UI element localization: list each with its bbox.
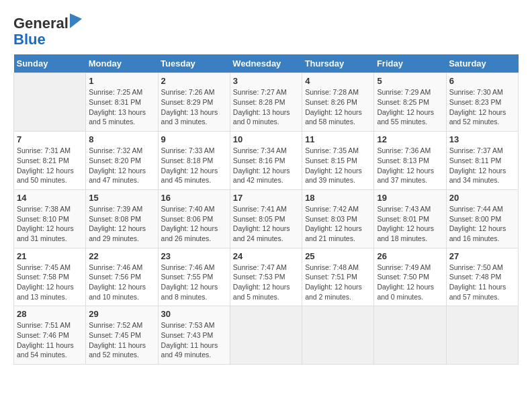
calendar-cell: 12Sunrise: 7:36 AMSunset: 8:13 PMDayligh… <box>374 132 446 190</box>
day-number: 22 <box>89 251 154 261</box>
day-info: Sunrise: 7:40 AMSunset: 8:06 PMDaylight:… <box>161 204 227 244</box>
day-number: 14 <box>17 193 83 203</box>
day-info: Sunrise: 7:29 AMSunset: 8:25 PMDaylight:… <box>377 87 443 127</box>
day-number: 6 <box>449 76 515 86</box>
calendar-cell <box>374 306 446 365</box>
day-info: Sunrise: 7:39 AMSunset: 8:08 PMDaylight:… <box>89 204 154 244</box>
logo-icon <box>70 13 82 28</box>
weekday-header-cell: Thursday <box>302 54 374 73</box>
weekday-header-row: SundayMondayTuesdayWednesdayThursdayFrid… <box>14 54 519 73</box>
calendar-cell: 8Sunrise: 7:32 AMSunset: 8:20 PMDaylight… <box>86 132 158 190</box>
calendar-week-row: 28Sunrise: 7:51 AMSunset: 7:46 PMDayligh… <box>14 306 519 365</box>
day-info: Sunrise: 7:32 AMSunset: 8:20 PMDaylight:… <box>89 146 154 185</box>
weekday-header-cell: Tuesday <box>158 54 230 73</box>
page-header: General Blue <box>13 13 519 48</box>
day-info: Sunrise: 7:52 AMSunset: 7:45 PMDaylight:… <box>89 320 154 360</box>
day-number: 13 <box>449 134 515 144</box>
day-number: 28 <box>17 309 83 319</box>
day-number: 3 <box>233 76 299 86</box>
calendar-cell <box>230 306 302 365</box>
calendar-cell: 9Sunrise: 7:33 AMSunset: 8:18 PMDaylight… <box>158 132 230 190</box>
calendar-cell: 25Sunrise: 7:48 AMSunset: 7:51 PMDayligh… <box>302 248 374 306</box>
day-info: Sunrise: 7:42 AMSunset: 8:03 PMDaylight:… <box>305 204 371 244</box>
svg-marker-0 <box>70 13 82 28</box>
day-info: Sunrise: 7:46 AMSunset: 7:55 PMDaylight:… <box>161 263 227 302</box>
day-number: 16 <box>161 193 227 203</box>
calendar-week-row: 1Sunrise: 7:25 AMSunset: 8:31 PMDaylight… <box>14 73 519 132</box>
calendar-cell: 21Sunrise: 7:45 AMSunset: 7:58 PMDayligh… <box>14 248 86 306</box>
calendar-cell: 29Sunrise: 7:52 AMSunset: 7:45 PMDayligh… <box>86 306 158 365</box>
day-info: Sunrise: 7:44 AMSunset: 8:00 PMDaylight:… <box>449 204 515 244</box>
calendar-table: SundayMondayTuesdayWednesdayThursdayFrid… <box>13 54 519 365</box>
calendar-cell: 15Sunrise: 7:39 AMSunset: 8:08 PMDayligh… <box>86 189 158 248</box>
day-number: 23 <box>161 251 227 261</box>
day-info: Sunrise: 7:48 AMSunset: 7:51 PMDaylight:… <box>305 263 371 302</box>
day-number: 26 <box>377 251 443 261</box>
day-number: 27 <box>449 251 515 261</box>
day-number: 21 <box>17 251 83 261</box>
weekday-header-cell: Sunday <box>14 54 86 73</box>
weekday-header-cell: Monday <box>86 54 158 73</box>
calendar-cell: 22Sunrise: 7:46 AMSunset: 7:56 PMDayligh… <box>86 248 158 306</box>
calendar-cell: 17Sunrise: 7:41 AMSunset: 8:05 PMDayligh… <box>230 189 302 248</box>
day-number: 12 <box>377 134 443 144</box>
day-number: 5 <box>377 76 443 86</box>
day-number: 24 <box>233 251 299 261</box>
calendar-cell: 13Sunrise: 7:37 AMSunset: 8:11 PMDayligh… <box>446 132 518 190</box>
day-info: Sunrise: 7:34 AMSunset: 8:16 PMDaylight:… <box>233 146 299 185</box>
weekday-header-cell: Friday <box>374 54 446 73</box>
day-number: 10 <box>233 134 299 144</box>
calendar-cell: 2Sunrise: 7:26 AMSunset: 8:29 PMDaylight… <box>158 73 230 132</box>
calendar-cell: 4Sunrise: 7:28 AMSunset: 8:26 PMDaylight… <box>302 73 374 132</box>
day-info: Sunrise: 7:27 AMSunset: 8:28 PMDaylight:… <box>233 87 299 127</box>
day-number: 17 <box>233 193 299 203</box>
day-info: Sunrise: 7:51 AMSunset: 7:46 PMDaylight:… <box>17 320 83 360</box>
day-number: 20 <box>449 193 515 203</box>
day-info: Sunrise: 7:50 AMSunset: 7:48 PMDaylight:… <box>449 263 515 302</box>
day-info: Sunrise: 7:26 AMSunset: 8:29 PMDaylight:… <box>161 87 227 127</box>
calendar-cell: 27Sunrise: 7:50 AMSunset: 7:48 PMDayligh… <box>446 248 518 306</box>
day-number: 1 <box>89 76 154 86</box>
calendar-cell: 28Sunrise: 7:51 AMSunset: 7:46 PMDayligh… <box>14 306 86 365</box>
day-info: Sunrise: 7:49 AMSunset: 7:50 PMDaylight:… <box>377 263 443 302</box>
calendar-cell: 20Sunrise: 7:44 AMSunset: 8:00 PMDayligh… <box>446 189 518 248</box>
calendar-cell: 5Sunrise: 7:29 AMSunset: 8:25 PMDaylight… <box>374 73 446 132</box>
day-number: 8 <box>89 134 154 144</box>
day-number: 15 <box>89 193 154 203</box>
day-number: 4 <box>305 76 371 86</box>
day-number: 19 <box>377 193 443 203</box>
day-info: Sunrise: 7:46 AMSunset: 7:56 PMDaylight:… <box>89 263 154 302</box>
calendar-cell: 19Sunrise: 7:43 AMSunset: 8:01 PMDayligh… <box>374 189 446 248</box>
calendar-cell: 10Sunrise: 7:34 AMSunset: 8:16 PMDayligh… <box>230 132 302 190</box>
day-info: Sunrise: 7:33 AMSunset: 8:18 PMDaylight:… <box>161 146 227 185</box>
calendar-cell: 26Sunrise: 7:49 AMSunset: 7:50 PMDayligh… <box>374 248 446 306</box>
day-info: Sunrise: 7:47 AMSunset: 7:53 PMDaylight:… <box>233 263 299 302</box>
calendar-cell <box>14 73 86 132</box>
day-info: Sunrise: 7:30 AMSunset: 8:23 PMDaylight:… <box>449 87 515 127</box>
day-info: Sunrise: 7:36 AMSunset: 8:13 PMDaylight:… <box>377 146 443 185</box>
calendar-cell: 1Sunrise: 7:25 AMSunset: 8:31 PMDaylight… <box>86 73 158 132</box>
calendar-week-row: 21Sunrise: 7:45 AMSunset: 7:58 PMDayligh… <box>14 248 519 306</box>
calendar-week-row: 14Sunrise: 7:38 AMSunset: 8:10 PMDayligh… <box>14 189 519 248</box>
day-number: 11 <box>305 134 371 144</box>
logo: General Blue <box>13 13 82 48</box>
calendar-week-row: 7Sunrise: 7:31 AMSunset: 8:21 PMDaylight… <box>14 132 519 190</box>
day-info: Sunrise: 7:37 AMSunset: 8:11 PMDaylight:… <box>449 146 515 185</box>
calendar-cell: 14Sunrise: 7:38 AMSunset: 8:10 PMDayligh… <box>14 189 86 248</box>
day-number: 2 <box>161 76 227 86</box>
calendar-cell: 23Sunrise: 7:46 AMSunset: 7:55 PMDayligh… <box>158 248 230 306</box>
calendar-cell: 24Sunrise: 7:47 AMSunset: 7:53 PMDayligh… <box>230 248 302 306</box>
calendar-cell <box>446 306 518 365</box>
day-number: 7 <box>17 134 83 144</box>
calendar-cell: 11Sunrise: 7:35 AMSunset: 8:15 PMDayligh… <box>302 132 374 190</box>
calendar-cell: 16Sunrise: 7:40 AMSunset: 8:06 PMDayligh… <box>158 189 230 248</box>
calendar-cell: 30Sunrise: 7:53 AMSunset: 7:43 PMDayligh… <box>158 306 230 365</box>
day-number: 29 <box>89 309 154 319</box>
calendar-cell: 18Sunrise: 7:42 AMSunset: 8:03 PMDayligh… <box>302 189 374 248</box>
day-info: Sunrise: 7:45 AMSunset: 7:58 PMDaylight:… <box>17 263 83 302</box>
weekday-header-cell: Wednesday <box>230 54 302 73</box>
day-info: Sunrise: 7:28 AMSunset: 8:26 PMDaylight:… <box>305 87 371 127</box>
day-info: Sunrise: 7:43 AMSunset: 8:01 PMDaylight:… <box>377 204 443 244</box>
calendar-cell <box>302 306 374 365</box>
day-number: 30 <box>161 309 227 319</box>
